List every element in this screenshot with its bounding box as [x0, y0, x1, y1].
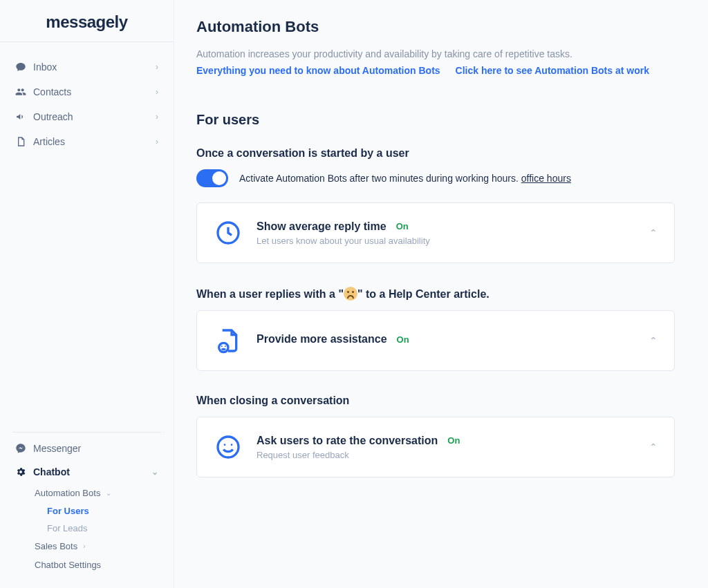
subnav-chatbot-settings[interactable]: Chatbot Settings [29, 556, 165, 574]
chevron-down-icon: ⌄ [106, 489, 111, 497]
status-badge: On [447, 435, 460, 446]
sub-title-conversation-start: Once a conversation is started by a user [196, 147, 675, 160]
main-content: Automation Bots Automation increases you… [174, 0, 708, 588]
svg-point-5 [224, 444, 226, 446]
activation-toggle-text: Activate Automation Bots after two minut… [239, 173, 521, 184]
subnav-for-users[interactable]: For Users [41, 502, 165, 520]
svg-point-4 [218, 437, 239, 457]
activation-toggle-label: Activate Automation Bots after two minut… [239, 173, 571, 184]
link-see-bots[interactable]: Click here to see Automation Bots at wor… [456, 65, 649, 76]
card-reply-time-sub: Let users know about your usual availabi… [257, 236, 635, 246]
automation-bots-subnav: For Users For Leads [29, 502, 165, 537]
document-icon [15, 136, 26, 147]
nav-messenger[interactable]: Messenger [8, 437, 165, 460]
subnav-for-users-label: For Users [47, 506, 89, 516]
subnav-chatbot-settings-label: Chatbot Settings [35, 560, 101, 570]
help-links: Everything you need to know about Automa… [196, 65, 675, 76]
svg-point-1 [219, 343, 228, 352]
people-icon [15, 86, 26, 97]
activation-toggle-row: Activate Automation Bots after two minut… [196, 169, 675, 187]
nav-outreach-label: Outreach [33, 111, 73, 122]
link-learn-more[interactable]: Everything you need to know about Automa… [196, 65, 440, 76]
logo-text: messagely [46, 12, 127, 32]
sub-title-sad-reply: When a user replies with a "" to a Help … [196, 287, 675, 301]
nav-messenger-label: Messenger [33, 443, 81, 454]
status-badge: On [397, 334, 409, 345]
card-assistance[interactable]: Provide more assistance On ⌃ [196, 310, 675, 371]
subnav-automation-bots[interactable]: Automation Bots ⌄ [29, 484, 165, 502]
svg-point-3 [225, 345, 226, 347]
document-sad-icon [214, 326, 243, 355]
megaphone-icon [15, 111, 26, 122]
page-description: Automation increases your productivity a… [196, 48, 675, 59]
card-assistance-title: Provide more assistance [257, 333, 387, 345]
nav-inbox[interactable]: Inbox › [8, 55, 165, 79]
nav-contacts-label: Contacts [33, 86, 71, 97]
gear-icon [15, 466, 26, 477]
card-rate-title: Ask users to rate the conversation [257, 435, 438, 447]
sub-title-closing: When closing a conversation [196, 395, 675, 407]
logo[interactable]: messagely [0, 0, 174, 42]
svg-point-2 [221, 345, 223, 347]
card-rate[interactable]: Ask users to rate the conversation On Re… [196, 417, 675, 477]
messenger-icon [15, 443, 26, 454]
nav-articles[interactable]: Articles › [8, 129, 165, 154]
chevron-up-icon: ⌃ [649, 227, 658, 238]
status-badge: On [396, 221, 409, 231]
chevron-right-icon: › [156, 137, 158, 146]
sad-emoji-icon [344, 287, 357, 301]
nav-chatbot-label: Chatbot [33, 466, 70, 477]
activation-toggle[interactable] [196, 169, 228, 187]
chatbot-subnav: Automation Bots ⌄ For Users For Leads Sa… [8, 484, 165, 574]
chat-bubble-icon [15, 61, 26, 73]
nav-bottom: Messenger Chatbot ⌄ Automation Bots ⌄ [0, 437, 174, 588]
smile-icon [214, 433, 243, 462]
sub2-prefix: When a user replies with a " [196, 288, 344, 300]
toggle-knob [212, 171, 226, 185]
chevron-right-icon: › [156, 87, 158, 97]
subnav-sales-bots-label: Sales Bots [35, 541, 77, 551]
subnav-automation-bots-label: Automation Bots [35, 488, 100, 498]
nav-inbox-label: Inbox [33, 61, 57, 73]
clock-icon [214, 218, 243, 247]
subnav-for-leads-label: For Leads [47, 523, 88, 533]
office-hours-link[interactable]: office hours [521, 173, 571, 184]
section-title: For users [196, 112, 675, 128]
chevron-right-icon: › [156, 62, 158, 72]
chevron-up-icon: ⌃ [649, 442, 658, 453]
subnav-for-leads[interactable]: For Leads [41, 520, 165, 537]
sidebar: messagely Inbox › Contacts [0, 0, 174, 588]
nav-top: Inbox › Contacts › Outreach [0, 42, 174, 154]
chevron-right-icon: › [83, 542, 85, 550]
nav-contacts[interactable]: Contacts › [8, 79, 165, 104]
chevron-up-icon: ⌃ [649, 335, 658, 346]
chevron-right-icon: › [156, 112, 158, 122]
page-title: Automation Bots [196, 18, 675, 36]
brand-name: messagely [46, 12, 127, 32]
subnav-sales-bots[interactable]: Sales Bots › [29, 537, 165, 556]
nav-outreach[interactable]: Outreach › [8, 104, 165, 129]
card-rate-sub: Request user feedback [257, 450, 635, 460]
card-reply-time[interactable]: Show average reply time On Let users kno… [196, 202, 675, 263]
card-reply-time-title: Show average reply time [257, 220, 386, 233]
svg-point-6 [231, 444, 233, 446]
nav-chatbot[interactable]: Chatbot ⌄ [8, 460, 165, 484]
sub2-suffix: " to a Help Center article. [357, 288, 490, 300]
sidebar-divider [12, 432, 161, 433]
chevron-down-icon: ⌄ [151, 467, 158, 477]
nav-articles-label: Articles [33, 136, 65, 147]
